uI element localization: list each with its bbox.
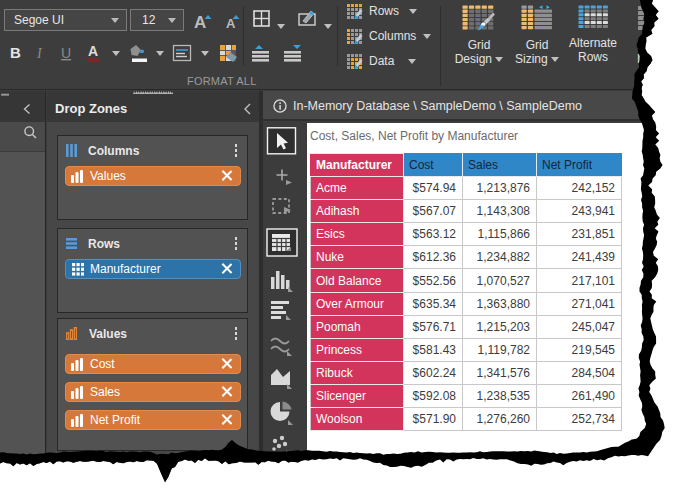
svg-text:A: A (194, 13, 206, 32)
svg-text:B: B (10, 44, 21, 61)
svg-text:I: I (36, 46, 43, 61)
svg-text:U: U (61, 45, 71, 61)
svg-text:A: A (88, 43, 98, 59)
